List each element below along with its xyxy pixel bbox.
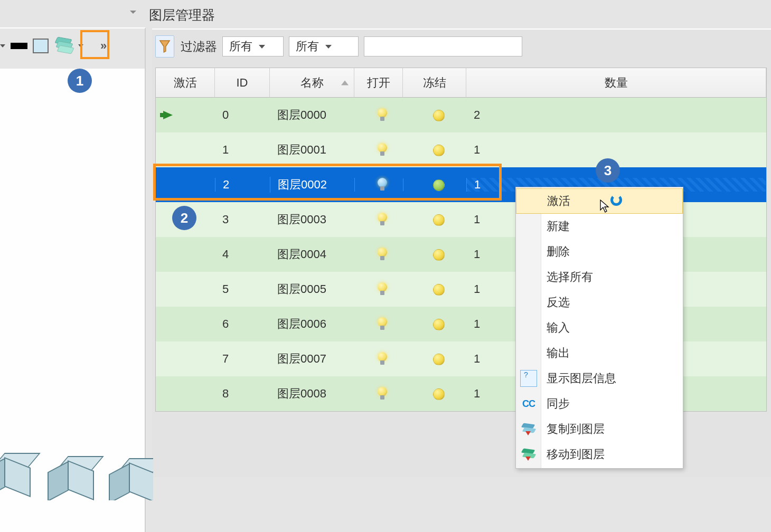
blank-icon xyxy=(520,319,537,336)
cell-name[interactable]: 图层0008 xyxy=(270,386,354,402)
annotation-callout-2: 2 xyxy=(172,206,196,230)
cell-open[interactable] xyxy=(354,108,403,122)
cell-open[interactable] xyxy=(354,213,403,226)
column-header-name[interactable]: 名称 xyxy=(270,68,354,98)
lightbulb-icon xyxy=(377,213,388,226)
context-menu-item[interactable]: CC同步 xyxy=(516,391,683,416)
cell-id: 4 xyxy=(215,248,270,261)
cell-open[interactable] xyxy=(354,178,403,192)
context-menu-item-label: 移动到图层 xyxy=(547,446,605,462)
cell-name[interactable]: 图层0005 xyxy=(270,281,354,297)
cell-freeze[interactable] xyxy=(403,213,466,226)
context-menu-item[interactable]: 显示图层信息 xyxy=(516,366,683,391)
cell-open[interactable] xyxy=(354,282,403,296)
overflow-icon[interactable]: » xyxy=(100,39,104,53)
search-input[interactable] xyxy=(364,36,522,56)
cell-open[interactable] xyxy=(354,248,403,261)
sun-icon xyxy=(432,283,445,296)
context-menu-item[interactable]: 输出 xyxy=(516,340,683,366)
color-swatch-lightblue[interactable] xyxy=(33,39,49,53)
cell-freeze[interactable] xyxy=(403,283,466,296)
column-header-id[interactable]: ID xyxy=(215,68,270,98)
funnel-icon xyxy=(159,40,171,53)
cell-name[interactable]: 图层0000 xyxy=(270,107,354,123)
filter-combo-2-value: 所有 xyxy=(296,39,319,54)
cell-open[interactable] xyxy=(354,317,403,331)
context-menu-item[interactable]: 删除 xyxy=(516,239,683,264)
filter-toolbar: 过滤器 所有 所有 xyxy=(155,33,767,60)
sun-icon xyxy=(432,387,445,400)
column-header-quantity[interactable]: 数量 xyxy=(466,68,766,98)
dropdown-icon[interactable] xyxy=(78,44,83,48)
table-row[interactable]: 1图层00011 xyxy=(156,132,766,167)
column-header-open[interactable]: 打开 xyxy=(354,68,403,98)
context-menu-item[interactable]: 移动到图层 xyxy=(516,442,683,467)
context-menu-item[interactable]: 选择所有 xyxy=(516,264,683,290)
context-menu-item-label: 选择所有 xyxy=(547,269,593,285)
cell-activate[interactable] xyxy=(156,111,215,119)
context-menu-item[interactable]: 复制到图层 xyxy=(516,416,683,442)
context-menu-item-label: 输出 xyxy=(547,345,570,361)
lightbulb-icon xyxy=(377,108,388,122)
context-menu-item-label: 输入 xyxy=(547,320,570,336)
blank-icon xyxy=(520,294,537,311)
cell-name[interactable]: 图层0004 xyxy=(270,246,354,262)
context-menu-item[interactable]: 激活 xyxy=(516,188,683,214)
cell-open[interactable] xyxy=(354,352,403,366)
table-row[interactable]: 0图层00002 xyxy=(156,98,766,132)
cell-name[interactable]: 图层0002 xyxy=(270,177,354,193)
left-toolbar: » xyxy=(0,27,146,69)
cell-name[interactable]: 图层0006 xyxy=(270,316,354,332)
context-menu-item[interactable]: 反选 xyxy=(516,290,683,315)
cell-freeze[interactable] xyxy=(403,353,466,365)
collapse-icon[interactable] xyxy=(128,11,138,15)
cell-open[interactable] xyxy=(354,387,403,401)
cell-open[interactable] xyxy=(354,143,403,157)
column-header-freeze[interactable]: 冻结 xyxy=(403,68,466,98)
filter-button[interactable] xyxy=(155,35,174,58)
sun-icon xyxy=(432,248,445,261)
cell-freeze[interactable] xyxy=(403,144,466,156)
sun-icon xyxy=(432,353,445,365)
cell-freeze[interactable] xyxy=(403,109,466,121)
column-header-activate[interactable]: 激活 xyxy=(156,68,215,98)
context-menu: 激活新建删除选择所有反选输入输出显示图层信息CC同步复制到图层移动到图层 xyxy=(515,187,683,469)
cell-freeze[interactable] xyxy=(403,248,466,261)
cell-id: 0 xyxy=(215,108,270,122)
context-menu-item[interactable]: 输入 xyxy=(516,315,683,340)
annotation-callout-1: 1 xyxy=(68,69,92,93)
context-menu-item[interactable]: 新建 xyxy=(516,214,683,239)
cell-id: 7 xyxy=(215,352,270,366)
filter-combo-1[interactable]: 所有 xyxy=(222,36,284,56)
blank-icon xyxy=(520,269,537,286)
context-menu-item-label: 同步 xyxy=(547,396,570,412)
cell-name[interactable]: 图层0003 xyxy=(270,212,354,227)
cell-name[interactable]: 图层0007 xyxy=(270,351,354,367)
sun-icon xyxy=(432,213,445,226)
doc-icon xyxy=(520,370,537,387)
panel-title: 图层管理器 xyxy=(149,6,215,24)
lightbulb-icon xyxy=(377,387,388,401)
cell-freeze[interactable] xyxy=(403,178,466,191)
lightbulb-icon xyxy=(377,143,388,157)
cell-freeze[interactable] xyxy=(403,318,466,330)
filter-combo-2[interactable]: 所有 xyxy=(289,36,359,56)
context-menu-item-label: 新建 xyxy=(547,218,570,234)
panel-header: 图层管理器 xyxy=(0,0,771,27)
filter-label: 过滤器 xyxy=(181,39,217,55)
layer-manager-icon[interactable] xyxy=(54,36,74,56)
chevron-down-icon xyxy=(325,45,332,49)
color-swatch-black[interactable] xyxy=(11,43,27,49)
sun-icon xyxy=(432,144,445,156)
lightbulb-icon xyxy=(377,282,388,296)
cell-id: 3 xyxy=(215,213,270,226)
cell-name[interactable]: 图层0001 xyxy=(270,142,354,158)
dropdown-icon[interactable] xyxy=(0,44,5,48)
cell-freeze[interactable] xyxy=(403,387,466,400)
active-arrow-icon xyxy=(163,111,173,119)
cc-icon: CC xyxy=(520,395,537,412)
blank-icon xyxy=(520,218,537,235)
context-menu-item-label: 激活 xyxy=(547,193,570,209)
move-icon xyxy=(520,446,537,463)
cell-id: 5 xyxy=(215,282,270,296)
